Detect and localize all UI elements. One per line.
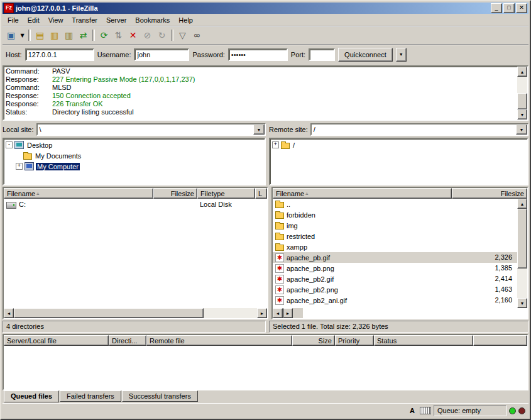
scroll-thumb[interactable] (283, 308, 284, 318)
log-scrollbar[interactable]: ▲ ▼ (517, 67, 527, 119)
scroll-thumb[interactable] (517, 93, 527, 109)
title-bar[interactable]: Fz john@127.0.0.1 - FileZilla _ □ ✕ (3, 3, 528, 14)
tab-failed-transfers[interactable]: Failed transfers (60, 390, 121, 402)
toggle-local-tree-button[interactable]: ▥ (47, 28, 62, 42)
file-row-restricted[interactable]: restricted (273, 231, 517, 241)
combo-dropdown-icon[interactable]: ▼ (253, 124, 265, 135)
tree-item-my-documents[interactable]: My Documents (4, 150, 265, 161)
menu-server[interactable]: Server (102, 15, 131, 25)
menu-bookmarks[interactable]: Bookmarks (131, 15, 174, 25)
file-row-xampp[interactable]: xampp (273, 241, 517, 252)
minimize-button[interactable]: _ (491, 3, 502, 13)
quickconnect-bar: Host: Username: Password: Port: Quickcon… (3, 44, 528, 64)
column-header-filetype[interactable]: Filetype (197, 188, 255, 199)
file-row-c[interactable]: C:Local Disk (4, 199, 267, 209)
toggle-message-log-button[interactable]: ▤ (33, 28, 47, 42)
close-button[interactable]: ✕ (516, 3, 527, 13)
combo-dropdown-icon[interactable]: ▼ (516, 124, 527, 135)
tree-item-my-computer[interactable]: +My Computer (4, 161, 265, 172)
menu-file[interactable]: File (3, 15, 23, 25)
scroll-down-icon[interactable]: ▼ (517, 298, 527, 308)
filezilla-logo-icon: Fz (4, 3, 14, 13)
file-row-apache-pb2-png[interactable]: apache_pb2.png1,463 (273, 284, 517, 295)
log-line-text: 226 Transfer OK (52, 100, 103, 108)
folder-icon (275, 245, 284, 251)
host-label: Host: (6, 51, 22, 58)
menu-view[interactable]: View (44, 15, 68, 25)
site-manager-dropdown[interactable]: ▼ (18, 28, 26, 42)
column-header-status[interactable]: Status (374, 335, 473, 346)
toggle-remote-tree-button[interactable]: ▥ (62, 28, 76, 42)
file-size-cell: 1,385 (452, 263, 515, 274)
tree-expander-icon[interactable]: + (16, 163, 23, 170)
disconnect-button[interactable]: ⊘ (140, 28, 155, 42)
port-input[interactable] (309, 48, 335, 61)
column-header-filesize[interactable]: Filesize (153, 188, 197, 199)
quickconnect-dropdown-icon[interactable]: ▼ (396, 48, 407, 62)
file-row-apache-pb-gif[interactable]: apache_pb.gif2,326 (273, 252, 517, 263)
scroll-track (517, 77, 527, 109)
folder-icon (275, 234, 284, 240)
toggle-queue-button[interactable]: ⇄ (76, 28, 90, 42)
scroll-right-icon[interactable]: ► (257, 308, 267, 318)
menu-edit[interactable]: Edit (23, 15, 44, 25)
file-row-apache-pb2-ani-gif[interactable]: apache_pb2_ani.gif2,160 (273, 295, 517, 306)
column-header-priority[interactable]: Priority (335, 335, 374, 346)
image-icon (275, 264, 284, 273)
column-header-directi[interactable]: Directi... (109, 335, 146, 346)
site-manager-button[interactable]: ▣ (4, 28, 18, 42)
remote-hscrollbar[interactable]: ◄ ► (273, 308, 293, 318)
column-header-filename[interactable]: Filename▵ (273, 188, 452, 199)
password-input[interactable] (228, 48, 288, 61)
file-row-apache-pb2-gif[interactable]: apache_pb2.gif2,414 (273, 274, 517, 284)
column-label: Size (319, 337, 332, 345)
reconnect-button[interactable]: ↻ (155, 28, 169, 42)
remote-vscrollbar[interactable]: ▲ ▼ (517, 199, 527, 308)
log-line: Status:Directory listing successful (6, 108, 515, 116)
file-row-img[interactable]: img (273, 220, 517, 231)
local-hscrollbar[interactable]: ◄ ► (4, 308, 267, 318)
file-row-apache-pb-png[interactable]: apache_pb.png1,385 (273, 263, 517, 274)
scroll-thumb[interactable] (517, 209, 527, 268)
scroll-right-icon[interactable]: ► (283, 308, 293, 318)
scroll-up-icon[interactable]: ▲ (517, 67, 527, 77)
scroll-left-icon[interactable]: ◄ (273, 308, 283, 318)
tab-queued-files[interactable]: Queued files (4, 390, 59, 402)
scroll-left-icon[interactable]: ◄ (4, 308, 14, 318)
file-name-cell: xampp (273, 243, 452, 251)
column-header-server-local-file[interactable]: Server/Local file (4, 335, 109, 346)
scroll-thumb[interactable] (14, 308, 204, 318)
column-label: Remote file (150, 337, 185, 345)
tree-item-item[interactable]: +/ (270, 140, 527, 150)
tree-item-desktop[interactable]: -Desktop (4, 140, 265, 150)
filter-button[interactable]: ▽ (175, 28, 190, 42)
maximize-button[interactable]: □ (503, 3, 515, 13)
quickconnect-button[interactable]: Quickconnect (338, 48, 393, 62)
column-header-l[interactable]: L (255, 188, 267, 199)
log-line-label: Response: (6, 100, 52, 108)
file-row-item[interactable]: .. (273, 199, 517, 209)
username-input[interactable] (134, 48, 189, 61)
refresh-button[interactable]: ⟳ (97, 28, 111, 42)
tab-successful-transfers[interactable]: Successful transfers (122, 390, 198, 402)
remote-site-combo[interactable]: / ▼ (310, 123, 528, 136)
log-line-text: Directory listing successful (52, 108, 134, 116)
column-header-filesize[interactable]: Filesize (452, 188, 527, 199)
process-queue-button[interactable]: ⇅ (111, 28, 126, 42)
find-button[interactable]: ∞ (190, 28, 204, 42)
menu-transfer[interactable]: Transfer (67, 15, 102, 25)
column-header-filename[interactable]: Filename▵ (4, 188, 153, 199)
file-row-forbidden[interactable]: forbidden (273, 209, 517, 220)
tree-expander-icon[interactable]: - (6, 141, 13, 148)
cancel-button[interactable]: ✕ (126, 28, 140, 42)
tree-expander-icon[interactable]: + (272, 141, 279, 148)
scroll-up-icon[interactable]: ▲ (517, 199, 527, 209)
column-header-remote-file[interactable]: Remote file (146, 335, 292, 346)
column-header-size[interactable]: Size (292, 335, 335, 346)
host-input[interactable] (25, 48, 94, 61)
log-line-label: Command: (6, 84, 52, 92)
local-site-combo[interactable]: \ ▼ (36, 123, 266, 136)
local-list-status: 4 directories (3, 321, 266, 333)
scroll-down-icon[interactable]: ▼ (517, 109, 527, 119)
menu-help[interactable]: Help (174, 15, 197, 25)
